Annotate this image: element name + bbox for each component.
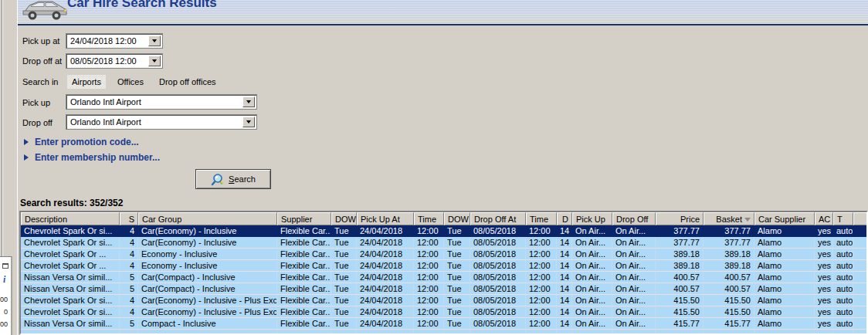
column-header-pick-up-at[interactable]: Pick Up At: [357, 212, 414, 225]
cell-car-group: Car(Economy) - Inclusive: [138, 225, 277, 237]
cell-car-group: Car(Economy) - Inclusive - Plus Exces...: [138, 295, 277, 306]
cell-dow: Tue: [444, 295, 470, 306]
cell-drop-off-at: 08/05/2018: [470, 318, 526, 330]
cell-pick-up-at: 24/04/2018: [357, 249, 414, 260]
cell-dow: Tue: [331, 249, 357, 260]
cell-car-supplier: Alamo: [754, 306, 815, 318]
chevron-down-icon[interactable]: [148, 36, 161, 46]
maximize-icon[interactable]: [2, 263, 8, 269]
column-header-dow[interactable]: DOW: [331, 212, 357, 225]
cell-time: 12:00: [414, 306, 444, 318]
tab-drop-off-offices[interactable]: Drop off offices: [155, 76, 220, 88]
cell-price: 415.77: [656, 318, 704, 330]
page-title: Car Hire Search Results: [67, 0, 217, 11]
column-header-d[interactable]: D: [557, 212, 572, 225]
cell-supplier: Flexible Car...: [277, 283, 331, 295]
cell-supplier: Flexible Car...: [277, 237, 331, 249]
table-row[interactable]: Chevrolet Spark Or ...4Economy - Inclusi…: [21, 249, 868, 260]
table-row[interactable]: Nissan Versa Or simil...5Car(Compact) - …: [21, 283, 868, 295]
cell-time: 12:00: [414, 225, 444, 237]
cell-drop-off-at: 08/05/2018: [470, 249, 526, 260]
chevron-down-icon[interactable]: [242, 117, 255, 127]
cell-supplier: Flexible Car...: [277, 318, 331, 330]
cell-car-group: Car(Compact) - Inclusive: [138, 283, 277, 295]
cell-pick-up: On Air...: [572, 260, 612, 272]
cell-time: 12:00: [414, 249, 444, 260]
table-row[interactable]: Nissan Versa Or simil...5Compact - Inclu…: [21, 318, 868, 330]
column-header-pick-up[interactable]: Pick Up: [572, 212, 612, 225]
column-header-t[interactable]: T: [833, 212, 853, 225]
cell-empty: [21, 330, 120, 335]
column-header-description[interactable]: Description: [21, 212, 120, 225]
cell-pick-up: On Air...: [572, 249, 612, 260]
cell-car-supplier: Alamo: [754, 318, 815, 330]
dropoff-at-combo[interactable]: 08/05/2018 12:00: [66, 53, 163, 69]
column-header-drop-off[interactable]: Drop Off: [612, 212, 656, 225]
column-header-car-group[interactable]: Car Group: [138, 212, 277, 225]
pickup-at-combo[interactable]: 24/04/2018 12:00: [66, 33, 163, 49]
cell-car-group: Economy - Inclusive: [138, 249, 277, 260]
cell-supplier: Flexible Car...: [277, 295, 331, 306]
pickup-location-combo[interactable]: Orlando Intl Airport: [66, 94, 257, 110]
cell-ac: yes: [815, 237, 833, 249]
cell-car-group: Car(Economy) - Inclusive - Plus Exces...: [138, 306, 277, 318]
cell-pick-up-at: 24/04/2018: [357, 225, 414, 237]
expander-arrow-icon: [24, 139, 29, 145]
cell-time: 12:00: [526, 283, 557, 295]
column-header-ac[interactable]: AC: [815, 212, 833, 225]
fragment-number: 0: [4, 308, 8, 316]
column-header-basket[interactable]: Basket: [704, 212, 754, 225]
column-header-time[interactable]: Time: [526, 212, 557, 225]
cell-car-supplier: Alamo: [754, 260, 815, 272]
column-header-car-supplier[interactable]: Car Supplier: [754, 212, 815, 225]
column-header-drop-off-at[interactable]: Drop Off At: [470, 212, 526, 225]
cell-car-group: Car(Compact) - Inclusive: [138, 272, 277, 283]
column-header-price[interactable]: Price: [656, 212, 704, 225]
cell-pick-up-at: 24/04/2018: [357, 237, 414, 249]
table-row[interactable]: Chevrolet Spark Or si...4Car(Economy) - …: [21, 306, 868, 318]
cell-empty: [833, 330, 853, 335]
tab-airports[interactable]: Airports: [67, 75, 106, 89]
table-row[interactable]: Chevrolet Spark Or si...4Car(Economy) - …: [21, 295, 868, 306]
promotion-code-expander[interactable]: Enter promotion code...: [24, 137, 139, 147]
header-band: Car Hire Search Results: [18, 0, 868, 25]
membership-number-expander[interactable]: Enter membership number...: [24, 152, 160, 163]
table-row[interactable]: Nissan Versa Or simil...5Car(Compact) - …: [21, 272, 868, 283]
column-header-s[interactable]: S: [120, 212, 138, 225]
cell-time: 12:00: [526, 272, 557, 283]
column-header-time[interactable]: Time: [414, 212, 444, 225]
cell-basket: 400.57: [704, 283, 754, 295]
cell-basket: 400.57: [704, 272, 754, 283]
fragment-number: 00: [0, 320, 8, 328]
cell-car-group: Compact - Inclusive: [138, 318, 277, 330]
cell-pick-up-at: 24/04/2018: [357, 272, 414, 283]
tab-offices[interactable]: Offices: [114, 76, 147, 88]
cell-dow: Tue: [331, 295, 357, 306]
search-button[interactable]: Search: [195, 169, 271, 189]
cell-pick-up-at: 24/04/2018: [357, 306, 414, 318]
membership-number-label: Enter membership number...: [35, 152, 160, 163]
chevron-down-icon[interactable]: [242, 96, 255, 107]
cell-ac: yes: [815, 295, 833, 306]
cell-time: 12:00: [526, 225, 557, 237]
cell-pick-up: On Air...: [572, 237, 612, 249]
cell-empty: [853, 330, 868, 335]
column-header-supplier[interactable]: Supplier: [277, 212, 331, 225]
table-row[interactable]: Chevrolet Spark Or ...4Economy - Inclusi…: [21, 260, 868, 272]
cell-ac: yes: [815, 225, 833, 237]
cell-time: 12:00: [526, 295, 557, 306]
cell-drop-off: On Air...: [612, 249, 656, 260]
dropoff-location-combo[interactable]: Orlando Intl Airport: [66, 114, 257, 130]
cell-car-supplier: Alamo: [754, 249, 815, 260]
cell-d: 14: [557, 306, 572, 318]
table-row[interactable]: Chevrolet Spark Or si...4Car(Economy) - …: [21, 237, 868, 249]
table-row[interactable]: Chevrolet Spark Or si...4Car(Economy) - …: [21, 225, 868, 237]
column-header-dow[interactable]: DOW: [444, 212, 470, 225]
cell-empty: [357, 330, 414, 335]
chevron-down-icon[interactable]: [148, 56, 161, 66]
cell-empty: [754, 330, 815, 335]
cell-time: 12:00: [414, 237, 444, 249]
cell-description: Nissan Versa Or simil...: [21, 318, 120, 330]
cell-supplier: Flexible Car...: [277, 306, 331, 318]
cell-supplier: Flexible Car...: [277, 272, 331, 283]
